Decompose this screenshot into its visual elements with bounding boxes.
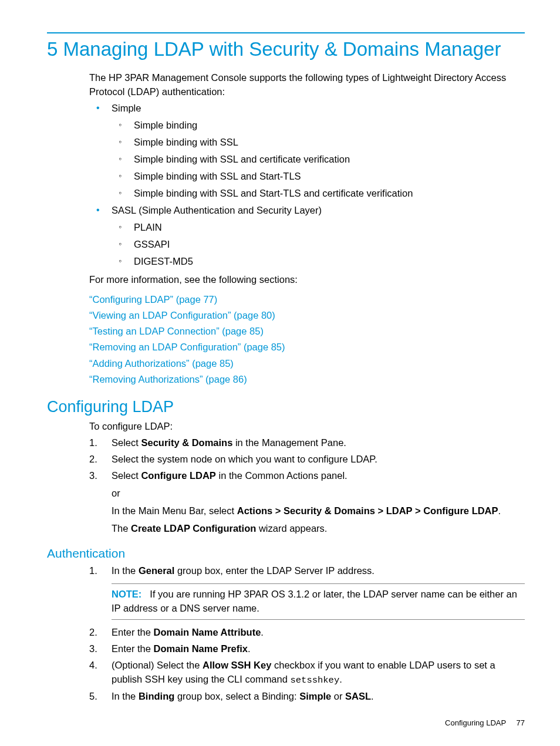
cross-ref-link[interactable]: “Removing an LDAP Configuration” (page 8… [89,342,285,352]
section-intro: To configure LDAP: [89,420,525,434]
step-item: Select Security & Domains in the Managem… [89,436,525,450]
intro-paragraph: The HP 3PAR Management Console supports … [89,71,525,99]
list-item: Simple binding with SSL and certificate … [112,154,525,165]
list-item: DIGEST-MD5 [112,256,525,267]
more-info-text: For more information, see the following … [89,273,525,287]
list-item: SASL (Simple Authentication and Security… [89,205,525,267]
list-item: Simple Simple binding Simple binding wit… [89,103,525,199]
list-item: Simple binding with SSL and Start-TLS [112,171,525,182]
step-item: (Optional) Select the Allow SSH Key chec… [89,659,525,687]
note-label: NOTE: [112,589,141,599]
cross-ref-link[interactable]: “Adding Authorizations” (page 85) [89,358,234,369]
section-title-configuring-ldap: Configuring LDAP [47,398,525,416]
list-item: GSSAPI [112,239,525,250]
list-item-label: SASL (Simple Authentication and Security… [112,205,322,215]
step-item: In the General group box, enter the LDAP… [89,564,525,620]
step-item: Select the system node on which you want… [89,453,525,467]
cross-ref-link[interactable]: “Removing Authorizations” (page 86) [89,374,247,384]
list-item: Simple binding with SSL and Start-TLS an… [112,188,525,199]
step-item: Select Configure LDAP in the Common Acti… [89,469,525,536]
step-item: In the Binding group box, select a Bindi… [89,690,525,704]
footer-page-number: 77 [517,718,525,727]
note-text: If you are running HP 3PAR OS 3.1.2 or l… [112,589,517,613]
list-item: PLAIN [112,222,525,233]
step-item: Enter the Domain Name Attribute. [89,626,525,640]
footer-section: Configuring LDAP [445,718,506,727]
section-title-authentication: Authentication [47,546,525,561]
cross-ref-link[interactable]: “Testing an LDAP Connection” (page 85) [89,326,264,336]
cross-ref-link[interactable]: “Viewing an LDAP Configuration” (page 80… [89,310,275,320]
page-footer: Configuring LDAP 77 [445,718,525,727]
chapter-title: 5 Managing LDAP with Security & Domains … [47,38,525,60]
list-item: Simple binding with SSL [112,137,525,148]
list-item: Simple binding [112,120,525,131]
note-box: NOTE:If you are running HP 3PAR OS 3.1.2… [112,583,525,620]
list-item-label: Simple [112,103,141,113]
cross-ref-link[interactable]: “Configuring LDAP” (page 77) [89,294,217,305]
step-item: Enter the Domain Name Prefix. [89,642,525,656]
